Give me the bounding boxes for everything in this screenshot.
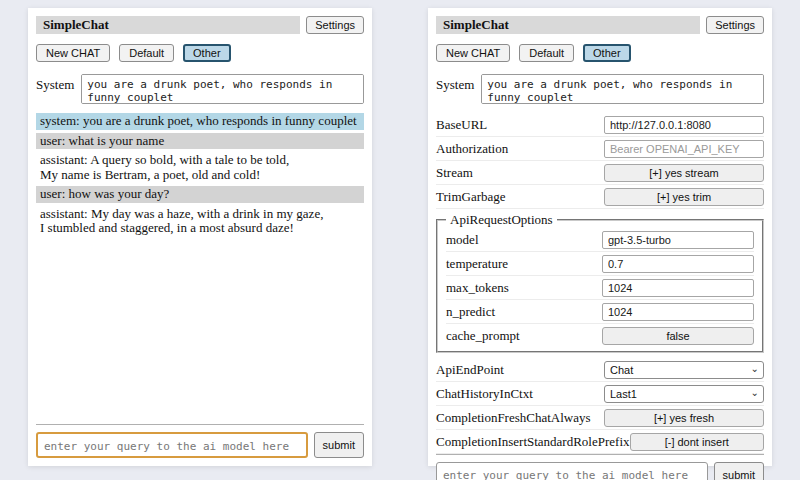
submit-button[interactable]: submit [314, 432, 364, 458]
completionfreshchatalways-toggle-button[interactable]: [+] yes fresh [604, 409, 764, 427]
system-prompt-row: System you are a drunk poet, who respond… [36, 74, 364, 104]
baseurl-input[interactable] [604, 116, 764, 134]
trimgarbage-toggle-button[interactable]: [+] yes trim [604, 188, 764, 206]
settings-panel: SimpleChat Settings New CHATDefaultOther… [428, 8, 772, 466]
settings-row-cache-prompt: cache_promptfalse [446, 324, 754, 347]
cache-prompt-toggle-button[interactable]: false [602, 327, 754, 345]
chat-message-user: user: how was your day? [36, 186, 364, 203]
settings-rows-aro: modeltemperaturemax_tokensn_predictcache… [446, 228, 754, 347]
settings-button[interactable]: Settings [706, 16, 764, 34]
settings-label-baseurl: BaseURL [436, 117, 604, 133]
apiendpoint-select-wrap: Chat⌄ [604, 360, 764, 379]
settings-label-completionfreshchatalways: CompletionFreshChatAlways [436, 410, 604, 426]
app-title: SimpleChat [36, 16, 300, 34]
settings-rows-bottom: ApiEndPointChat⌄ChatHistoryInCtxtLast1⌄C… [436, 358, 764, 454]
settings-label-chathistoryinctxt: ChatHistoryInCtxt [436, 386, 604, 402]
session-button-row: New CHATDefaultOther [36, 44, 364, 62]
apiendpoint-select[interactable]: Chat [604, 361, 764, 379]
api-request-options-fieldset: ApiRequestOptions modeltemperaturemax_to… [436, 212, 764, 353]
settings-label-trimgarbage: TrimGarbage [436, 189, 604, 205]
system-prompt-textarea[interactable]: you are a drunk poet, who responds in fu… [81, 74, 364, 104]
session-button-default[interactable]: Default [119, 44, 174, 62]
session-button-row: New CHATDefaultOther [436, 44, 764, 62]
chat-message-assistant: assistant: My day was a haze, with a dri… [36, 206, 364, 237]
chathistoryinctxt-select-wrap: Last1⌄ [604, 384, 764, 403]
model-input[interactable] [602, 231, 754, 249]
query-input[interactable] [36, 432, 308, 458]
system-label: System [36, 74, 74, 104]
chathistoryinctxt-select[interactable]: Last1 [604, 385, 764, 403]
settings-row-chathistoryinctxt: ChatHistoryInCtxtLast1⌄ [436, 382, 764, 406]
settings-label-cache-prompt: cache_prompt [446, 328, 602, 344]
chat-message-system: system: you are a drunk poet, who respon… [36, 113, 364, 130]
settings-rows-top: BaseURLAuthorizationStream[+] yes stream… [436, 113, 764, 209]
n-predict-input[interactable] [602, 303, 754, 321]
settings-form: BaseURLAuthorizationStream[+] yes stream… [436, 113, 764, 454]
submit-button[interactable]: submit [714, 462, 764, 480]
titlebar: SimpleChat Settings [436, 16, 764, 34]
composer-area: submit [36, 424, 364, 458]
settings-label-apiendpoint: ApiEndPoint [436, 362, 604, 378]
settings-button[interactable]: Settings [306, 16, 364, 34]
settings-row-apiendpoint: ApiEndPointChat⌄ [436, 358, 764, 382]
temperature-input[interactable] [602, 255, 754, 273]
settings-label-max-tokens: max_tokens [446, 280, 602, 296]
chat-panel: SimpleChat Settings New CHATDefaultOther… [28, 8, 372, 466]
settings-row-completionfreshchatalways: CompletionFreshChatAlways[+] yes fresh [436, 406, 764, 430]
app-title: SimpleChat [436, 16, 700, 34]
settings-row-trimgarbage: TrimGarbage[+] yes trim [436, 185, 764, 209]
settings-label-stream: Stream [436, 165, 604, 181]
divider [36, 424, 364, 425]
titlebar: SimpleChat Settings [36, 16, 364, 34]
session-button-new-chat[interactable]: New CHAT [436, 44, 510, 62]
composer-area: submit [436, 454, 764, 480]
authorization-input[interactable] [604, 140, 764, 158]
system-prompt-row: System you are a drunk poet, who respond… [436, 74, 764, 104]
session-button-other[interactable]: Other [183, 44, 231, 62]
query-input[interactable] [436, 462, 708, 480]
settings-row-baseurl: BaseURL [436, 113, 764, 137]
stream-toggle-button[interactable]: [+] yes stream [604, 164, 764, 182]
max-tokens-input[interactable] [602, 279, 754, 297]
session-button-other[interactable]: Other [583, 44, 631, 62]
settings-row-authorization: Authorization [436, 137, 764, 161]
api-request-options-legend: ApiRequestOptions [446, 212, 557, 228]
divider [436, 454, 764, 455]
chat-message-assistant: assistant: A query so bold, with a tale … [36, 152, 364, 183]
settings-row-stream: Stream[+] yes stream [436, 161, 764, 185]
session-button-default[interactable]: Default [519, 44, 574, 62]
settings-label-temperature: temperature [446, 256, 602, 272]
settings-row-max-tokens: max_tokens [446, 276, 754, 300]
settings-label-model: model [446, 232, 602, 248]
chat-message-user: user: what is your name [36, 133, 364, 150]
settings-row-n-predict: n_predict [446, 300, 754, 324]
settings-row-completioninsertstandardroleprefix: CompletionInsertStandardRolePrefix[-] do… [436, 430, 764, 454]
session-button-new-chat[interactable]: New CHAT [36, 44, 110, 62]
settings-label-authorization: Authorization [436, 141, 604, 157]
system-label: System [436, 74, 474, 104]
settings-label-n-predict: n_predict [446, 304, 602, 320]
chat-log: system: you are a drunk poet, who respon… [36, 113, 364, 240]
settings-row-temperature: temperature [446, 252, 754, 276]
settings-row-model: model [446, 228, 754, 252]
system-prompt-textarea[interactable]: you are a drunk poet, who responds in fu… [481, 74, 764, 104]
completioninsertstandardroleprefix-toggle-button[interactable]: [-] dont insert [630, 433, 764, 451]
settings-label-completioninsertstandardroleprefix: CompletionInsertStandardRolePrefix [436, 434, 630, 450]
